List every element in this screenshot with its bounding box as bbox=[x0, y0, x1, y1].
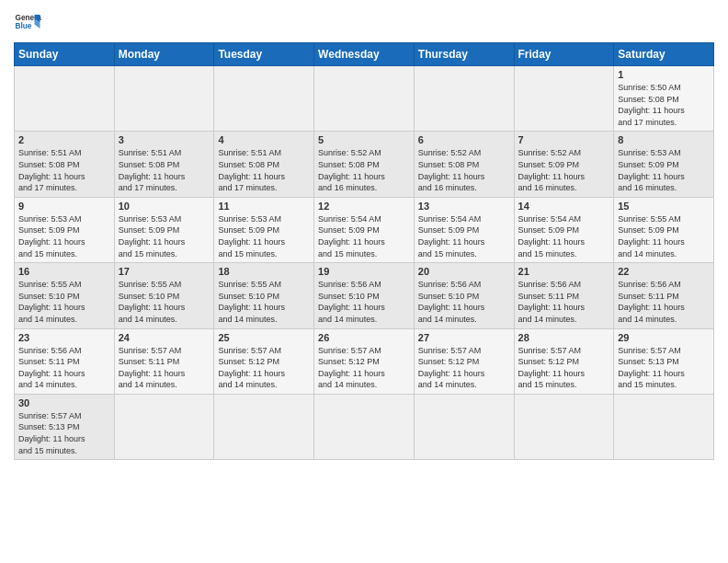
cell-info: Sunrise: 5:54 AM Sunset: 5:09 PM Dayligh… bbox=[518, 213, 610, 259]
day-number: 6 bbox=[418, 134, 510, 145]
calendar-cell: 17Sunrise: 5:55 AM Sunset: 5:10 PM Dayli… bbox=[114, 263, 214, 328]
cell-info: Sunrise: 5:51 AM Sunset: 5:08 PM Dayligh… bbox=[18, 147, 110, 193]
header: General Blue bbox=[14, 9, 714, 37]
cell-info: Sunrise: 5:57 AM Sunset: 5:12 PM Dayligh… bbox=[318, 345, 410, 391]
day-number: 3 bbox=[119, 134, 210, 145]
cell-info: Sunrise: 5:57 AM Sunset: 5:11 PM Dayligh… bbox=[119, 345, 210, 391]
day-number: 25 bbox=[218, 332, 310, 343]
calendar-cell bbox=[614, 394, 714, 459]
calendar-cell: 28Sunrise: 5:57 AM Sunset: 5:12 PM Dayli… bbox=[514, 328, 614, 394]
cell-info: Sunrise: 5:51 AM Sunset: 5:08 PM Dayligh… bbox=[119, 147, 210, 193]
day-number: 7 bbox=[518, 134, 610, 145]
cell-info: Sunrise: 5:57 AM Sunset: 5:12 PM Dayligh… bbox=[218, 345, 310, 391]
calendar-week-5: 23Sunrise: 5:56 AM Sunset: 5:11 PM Dayli… bbox=[15, 328, 714, 394]
cell-info: Sunrise: 5:57 AM Sunset: 5:12 PM Dayligh… bbox=[518, 345, 610, 391]
calendar-cell bbox=[414, 66, 514, 132]
cell-info: Sunrise: 5:55 AM Sunset: 5:10 PM Dayligh… bbox=[119, 279, 210, 325]
day-header-saturday: Saturday bbox=[614, 43, 714, 66]
logo: General Blue bbox=[14, 9, 41, 37]
calendar-cell: 23Sunrise: 5:56 AM Sunset: 5:11 PM Dayli… bbox=[15, 328, 115, 394]
day-header-tuesday: Tuesday bbox=[214, 43, 314, 66]
day-number: 24 bbox=[119, 332, 210, 343]
calendar-cell: 30Sunrise: 5:57 AM Sunset: 5:13 PM Dayli… bbox=[15, 394, 115, 459]
day-header-thursday: Thursday bbox=[414, 43, 514, 66]
day-number: 11 bbox=[218, 201, 310, 212]
cell-info: Sunrise: 5:55 AM Sunset: 5:10 PM Dayligh… bbox=[218, 279, 310, 325]
day-number: 16 bbox=[18, 266, 110, 277]
day-number: 10 bbox=[119, 201, 210, 212]
calendar-cell bbox=[114, 394, 214, 459]
calendar-cell: 15Sunrise: 5:55 AM Sunset: 5:09 PM Dayli… bbox=[614, 197, 714, 262]
calendar-cell: 7Sunrise: 5:52 AM Sunset: 5:09 PM Daylig… bbox=[514, 132, 614, 197]
svg-text:Blue: Blue bbox=[16, 22, 32, 30]
day-number: 30 bbox=[18, 397, 110, 408]
day-number: 8 bbox=[618, 134, 710, 145]
day-number: 2 bbox=[18, 134, 110, 145]
calendar-cell: 3Sunrise: 5:51 AM Sunset: 5:08 PM Daylig… bbox=[114, 132, 214, 197]
day-number: 29 bbox=[618, 332, 710, 343]
calendar-week-6: 30Sunrise: 5:57 AM Sunset: 5:13 PM Dayli… bbox=[15, 394, 714, 459]
day-number: 15 bbox=[618, 201, 710, 212]
cell-info: Sunrise: 5:54 AM Sunset: 5:09 PM Dayligh… bbox=[418, 213, 510, 259]
calendar-cell bbox=[514, 66, 614, 132]
day-number: 27 bbox=[418, 332, 510, 343]
day-header-sunday: Sunday bbox=[15, 43, 115, 66]
calendar-cell bbox=[314, 394, 415, 459]
calendar-cell: 26Sunrise: 5:57 AM Sunset: 5:12 PM Dayli… bbox=[314, 328, 415, 394]
cell-info: Sunrise: 5:56 AM Sunset: 5:10 PM Dayligh… bbox=[318, 279, 410, 325]
day-number: 1 bbox=[618, 69, 710, 80]
cell-info: Sunrise: 5:55 AM Sunset: 5:10 PM Dayligh… bbox=[18, 279, 110, 325]
calendar-cell: 10Sunrise: 5:53 AM Sunset: 5:09 PM Dayli… bbox=[114, 197, 214, 262]
day-number: 13 bbox=[418, 201, 510, 212]
calendar-page: General Blue SundayMondayTuesdayWednesda… bbox=[0, 0, 728, 563]
cell-info: Sunrise: 5:57 AM Sunset: 5:13 PM Dayligh… bbox=[18, 410, 110, 456]
cell-info: Sunrise: 5:52 AM Sunset: 5:08 PM Dayligh… bbox=[318, 147, 410, 193]
cell-info: Sunrise: 5:57 AM Sunset: 5:13 PM Dayligh… bbox=[618, 345, 710, 391]
calendar-cell bbox=[414, 394, 514, 459]
calendar-cell: 9Sunrise: 5:53 AM Sunset: 5:09 PM Daylig… bbox=[15, 197, 115, 262]
day-number: 26 bbox=[318, 332, 410, 343]
day-number: 23 bbox=[18, 332, 110, 343]
calendar-cell: 18Sunrise: 5:55 AM Sunset: 5:10 PM Dayli… bbox=[214, 263, 314, 328]
day-number: 28 bbox=[518, 332, 610, 343]
calendar-cell: 20Sunrise: 5:56 AM Sunset: 5:10 PM Dayli… bbox=[414, 263, 514, 328]
calendar-cell: 29Sunrise: 5:57 AM Sunset: 5:13 PM Dayli… bbox=[614, 328, 714, 394]
calendar-cell bbox=[214, 66, 314, 132]
day-number: 19 bbox=[318, 266, 410, 277]
day-number: 4 bbox=[218, 134, 310, 145]
cell-info: Sunrise: 5:50 AM Sunset: 5:08 PM Dayligh… bbox=[618, 82, 710, 128]
cell-info: Sunrise: 5:55 AM Sunset: 5:09 PM Dayligh… bbox=[618, 213, 710, 259]
calendar-cell: 22Sunrise: 5:56 AM Sunset: 5:11 PM Dayli… bbox=[614, 263, 714, 328]
calendar-cell: 14Sunrise: 5:54 AM Sunset: 5:09 PM Dayli… bbox=[514, 197, 614, 262]
calendar-body: 1Sunrise: 5:50 AM Sunset: 5:08 PM Daylig… bbox=[15, 66, 714, 460]
cell-info: Sunrise: 5:52 AM Sunset: 5:08 PM Dayligh… bbox=[418, 147, 510, 193]
calendar-cell: 8Sunrise: 5:53 AM Sunset: 5:09 PM Daylig… bbox=[614, 132, 714, 197]
cell-info: Sunrise: 5:54 AM Sunset: 5:09 PM Dayligh… bbox=[318, 213, 410, 259]
cell-info: Sunrise: 5:56 AM Sunset: 5:10 PM Dayligh… bbox=[418, 279, 510, 325]
day-number: 17 bbox=[119, 266, 210, 277]
calendar-cell: 11Sunrise: 5:53 AM Sunset: 5:09 PM Dayli… bbox=[214, 197, 314, 262]
day-number: 9 bbox=[18, 201, 110, 212]
cell-info: Sunrise: 5:52 AM Sunset: 5:09 PM Dayligh… bbox=[518, 147, 610, 193]
calendar-week-2: 2Sunrise: 5:51 AM Sunset: 5:08 PM Daylig… bbox=[15, 132, 714, 197]
calendar-cell bbox=[214, 394, 314, 459]
calendar-cell: 12Sunrise: 5:54 AM Sunset: 5:09 PM Dayli… bbox=[314, 197, 415, 262]
calendar-cell: 5Sunrise: 5:52 AM Sunset: 5:08 PM Daylig… bbox=[314, 132, 415, 197]
calendar-cell: 25Sunrise: 5:57 AM Sunset: 5:12 PM Dayli… bbox=[214, 328, 314, 394]
calendar-cell: 19Sunrise: 5:56 AM Sunset: 5:10 PM Dayli… bbox=[314, 263, 415, 328]
calendar-table: SundayMondayTuesdayWednesdayThursdayFrid… bbox=[14, 42, 714, 460]
day-header-monday: Monday bbox=[114, 43, 214, 66]
cell-info: Sunrise: 5:56 AM Sunset: 5:11 PM Dayligh… bbox=[18, 345, 110, 391]
cell-info: Sunrise: 5:53 AM Sunset: 5:09 PM Dayligh… bbox=[618, 147, 710, 193]
calendar-cell bbox=[15, 66, 115, 132]
calendar-header: SundayMondayTuesdayWednesdayThursdayFrid… bbox=[15, 43, 714, 66]
cell-info: Sunrise: 5:56 AM Sunset: 5:11 PM Dayligh… bbox=[618, 279, 710, 325]
day-number: 5 bbox=[318, 134, 410, 145]
day-number: 12 bbox=[318, 201, 410, 212]
calendar-cell: 4Sunrise: 5:51 AM Sunset: 5:08 PM Daylig… bbox=[214, 132, 314, 197]
days-header-row: SundayMondayTuesdayWednesdayThursdayFrid… bbox=[15, 43, 714, 66]
day-number: 22 bbox=[618, 266, 710, 277]
cell-info: Sunrise: 5:56 AM Sunset: 5:11 PM Dayligh… bbox=[518, 279, 610, 325]
day-number: 14 bbox=[518, 201, 610, 212]
day-number: 18 bbox=[218, 266, 310, 277]
